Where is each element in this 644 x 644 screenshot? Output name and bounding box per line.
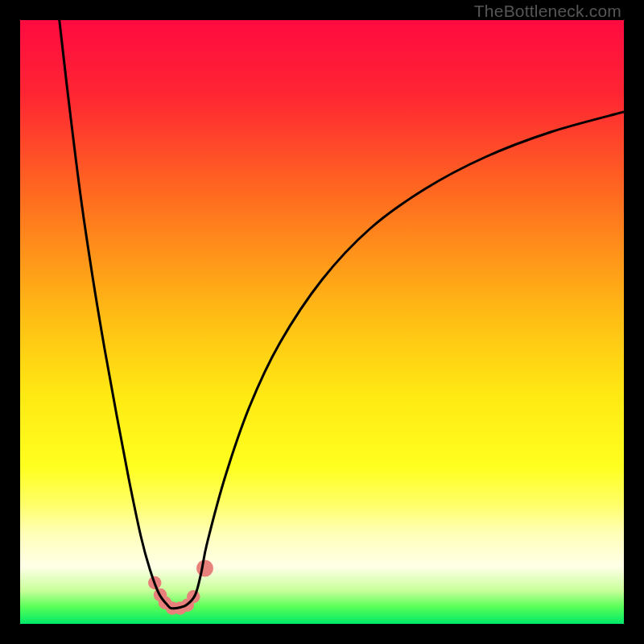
highlight-marker — [196, 560, 213, 577]
watermark-text: TheBottleneck.com — [474, 2, 621, 21]
bottleneck-curve — [60, 20, 624, 609]
plot-area — [20, 20, 624, 624]
curve-layer — [20, 20, 624, 624]
chart-frame: TheBottleneck.com — [0, 0, 644, 644]
